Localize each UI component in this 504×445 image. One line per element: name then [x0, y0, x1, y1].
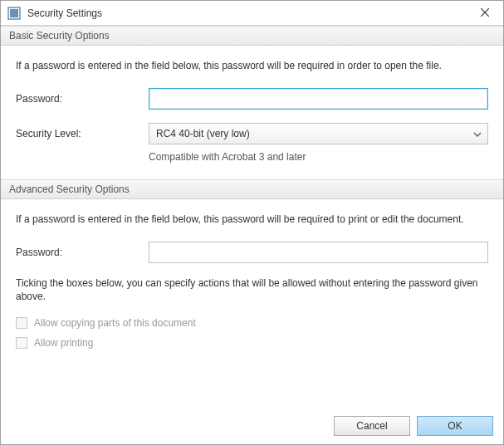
basic-desc: If a password is entered in the field be…: [16, 59, 488, 73]
close-button[interactable]: [466, 1, 503, 26]
security-level-control: RC4 40-bit (very low): [149, 123, 488, 144]
advanced-password-input[interactable]: [149, 242, 488, 263]
allow-copy-checkbox[interactable]: [16, 317, 27, 329]
compat-hint: Compatible with Acrobat 3 and later: [149, 151, 488, 163]
allow-print-label: Allow printing: [34, 337, 93, 349]
basic-section-body: If a password is entered in the field be…: [1, 46, 503, 179]
advanced-password-row: Password:: [16, 242, 488, 263]
security-level-value: RC4 40-bit (very low): [156, 128, 250, 139]
allow-copy-row: Allow copying parts of this document: [16, 317, 488, 329]
allow-copy-label: Allow copying parts of this document: [34, 317, 196, 329]
window-root: Security Settings Basic Security Options…: [0, 0, 504, 445]
ok-button-label: OK: [448, 420, 462, 432]
advanced-password-control: [149, 242, 488, 263]
ok-button[interactable]: OK: [417, 416, 493, 436]
advanced-password-label: Password:: [16, 247, 149, 258]
advanced-section-header: Advanced Security Options: [1, 179, 503, 199]
tick-desc: Ticking the boxes below, you can specify…: [16, 276, 488, 305]
basic-password-input[interactable]: [149, 88, 488, 110]
cancel-button-label: Cancel: [356, 420, 387, 432]
basic-section-header: Basic Security Options: [1, 26, 503, 46]
basic-password-control: [149, 88, 488, 110]
advanced-desc: If a password is entered in the field be…: [16, 213, 488, 227]
dialog-footer: Cancel OK: [1, 409, 503, 444]
close-icon: [481, 7, 489, 19]
titlebar: Security Settings: [1, 1, 503, 26]
allow-print-row: Allow printing: [16, 337, 488, 349]
basic-password-row: Password:: [16, 88, 488, 110]
security-level-row: Security Level: RC4 40-bit (very low): [16, 123, 488, 144]
security-level-label: Security Level:: [16, 128, 149, 139]
cancel-button[interactable]: Cancel: [334, 416, 410, 436]
security-level-select[interactable]: RC4 40-bit (very low): [149, 123, 488, 144]
svg-rect-1: [10, 9, 18, 17]
window-title: Security Settings: [27, 7, 466, 19]
allow-print-checkbox[interactable]: [16, 337, 27, 349]
advanced-section-body: If a password is entered in the field be…: [1, 199, 503, 362]
basic-password-label: Password:: [16, 93, 149, 105]
app-icon: [7, 7, 21, 20]
